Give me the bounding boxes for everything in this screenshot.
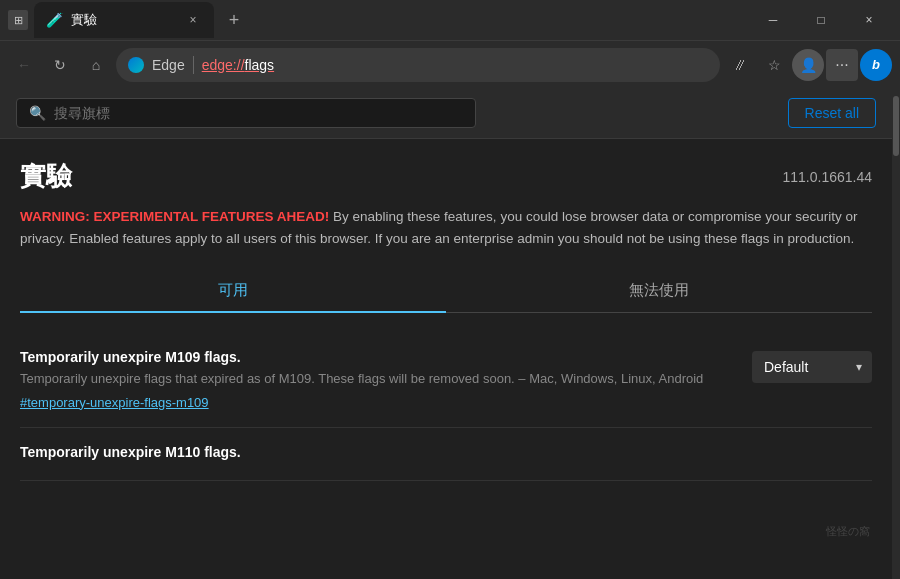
search-input-wrap[interactable]: 🔍 [16, 98, 476, 128]
flag-item-row: Temporarily unexpire M109 flags. Tempora… [20, 349, 872, 411]
address-divider [193, 56, 194, 74]
back-button[interactable]: ← [8, 49, 40, 81]
maximize-button[interactable]: □ [798, 4, 844, 36]
bing-button[interactable]: b [860, 49, 892, 81]
tabs-row: 可用 無法使用 [20, 269, 872, 313]
flag-name: Temporarily unexpire M109 flags. [20, 349, 740, 365]
favorites-button[interactable]: ☆ [758, 49, 790, 81]
refresh-button[interactable]: ↻ [44, 49, 76, 81]
split-screen-button[interactable]: ⫽ [724, 49, 756, 81]
close-tab-button[interactable]: × [184, 11, 202, 29]
scrollbar[interactable] [892, 88, 900, 579]
flag-item-m110: Temporarily unexpire M110 flags. [20, 428, 872, 481]
flags-header: 實驗 111.0.1661.44 [20, 159, 872, 194]
page-title: 實驗 [20, 159, 72, 194]
address-brand-label: Edge [152, 57, 185, 73]
active-tab[interactable]: 🧪 實驗 × [34, 2, 214, 38]
search-icon: 🔍 [29, 105, 46, 121]
address-bar[interactable]: Edge edge://flags [116, 48, 720, 82]
tab-title-label: 實驗 [71, 11, 176, 29]
nav-actions: ⫽ ☆ 👤 ··· b [724, 49, 892, 81]
content-area: 🔍 Reset all 實驗 111.0.1661.44 WARNING: EX… [0, 88, 900, 579]
warning-highlight: WARNING: EXPERIMENTAL FEATURES AHEAD! [20, 209, 329, 224]
tab-unavailable[interactable]: 無法使用 [446, 269, 872, 312]
address-url-text: edge://flags [202, 57, 708, 73]
home-button[interactable]: ⌂ [80, 49, 112, 81]
tab-strip: ⊞ 🧪 實驗 × + [8, 2, 248, 38]
flag-dropdown[interactable]: Default Enabled Disabled [752, 351, 872, 383]
version-label: 111.0.1661.44 [782, 169, 872, 185]
flag-item-text: Temporarily unexpire M109 flags. Tempora… [20, 349, 740, 411]
tab-available[interactable]: 可用 [20, 269, 446, 312]
flags-content: 實驗 111.0.1661.44 WARNING: EXPERIMENTAL F… [0, 139, 892, 501]
close-window-button[interactable]: × [846, 4, 892, 36]
flag-name-m110: Temporarily unexpire M110 flags. [20, 444, 872, 460]
url-prefix: edge:// [202, 57, 245, 73]
tab-icon: 🧪 [46, 12, 63, 28]
edge-logo-icon [128, 57, 144, 73]
reset-all-button[interactable]: Reset all [788, 98, 876, 128]
flag-link[interactable]: #temporary-unexpire-flags-m109 [20, 395, 209, 410]
new-tab-button[interactable]: + [220, 6, 248, 34]
watermark: 怪怪の窩 [826, 524, 870, 539]
minimize-button[interactable]: ─ [750, 4, 796, 36]
url-path: flags [245, 57, 275, 73]
more-options-button[interactable]: ··· [826, 49, 858, 81]
warning-text: WARNING: EXPERIMENTAL FEATURES AHEAD! By… [20, 206, 872, 249]
window-controls: ─ □ × [750, 4, 892, 36]
main-content: 🔍 Reset all 實驗 111.0.1661.44 WARNING: EX… [0, 88, 892, 579]
profile-button[interactable]: 👤 [792, 49, 824, 81]
search-bar-area: 🔍 Reset all [0, 88, 892, 139]
title-bar: ⊞ 🧪 實驗 × + ─ □ × [0, 0, 900, 40]
scrollbar-thumb[interactable] [893, 96, 899, 156]
flag-item-m109: Temporarily unexpire M109 flags. Tempora… [20, 333, 872, 428]
flag-dropdown-wrap[interactable]: Default Enabled Disabled [752, 351, 872, 383]
navigation-bar: ← ↻ ⌂ Edge edge://flags ⫽ ☆ 👤 ··· b [0, 40, 900, 88]
window-icon: ⊞ [8, 10, 28, 30]
flag-desc: Temporarily unexpire flags that expired … [20, 369, 740, 389]
search-input[interactable] [54, 105, 463, 121]
